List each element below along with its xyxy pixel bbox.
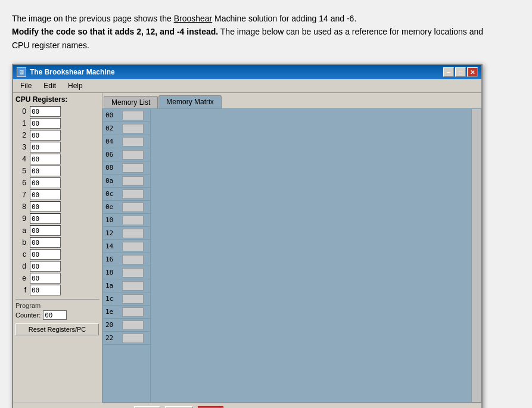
- memory-address-row: 06: [103, 148, 150, 161]
- register-row: f: [15, 285, 99, 295]
- counter-input[interactable]: [43, 310, 67, 320]
- register-label: c: [15, 250, 26, 258]
- counter-label: Counter:: [15, 312, 41, 319]
- memory-cell-input[interactable]: [122, 111, 144, 120]
- memory-address-label: 0e: [105, 203, 122, 211]
- register-label: e: [15, 274, 26, 282]
- memory-address-row: 1c: [103, 292, 150, 306]
- main-content: CPU Registers: 0123456789abcdef Program …: [13, 93, 481, 403]
- register-input-2[interactable]: [30, 130, 61, 141]
- memory-cell-input[interactable]: [122, 203, 144, 212]
- memory-cell-input[interactable]: [122, 124, 144, 133]
- memory-address-label: 0a: [105, 177, 122, 185]
- memory-address-label: 14: [105, 242, 122, 250]
- memory-address-label: 1e: [105, 308, 122, 316]
- register-input-d[interactable]: [30, 261, 61, 272]
- register-row: 2: [15, 130, 99, 141]
- register-input-b[interactable]: [30, 237, 61, 248]
- memory-cell-input[interactable]: [122, 163, 144, 173]
- memory-address-row: 0c: [103, 188, 150, 201]
- register-label: a: [15, 226, 26, 235]
- register-row: 8: [15, 201, 99, 212]
- register-label: 7: [15, 191, 26, 199]
- memory-address-label: 1c: [105, 295, 122, 303]
- register-input-3[interactable]: [30, 142, 61, 152]
- brookshear-window: 🖥 The Brookshear Machine – □ ✕ File Edit…: [12, 64, 483, 408]
- memory-cell-input[interactable]: [122, 242, 144, 251]
- register-label: 8: [15, 203, 26, 211]
- cpu-registers-panel: CPU Registers: 0123456789abcdef Program …: [13, 93, 102, 403]
- minimize-button[interactable]: –: [443, 67, 454, 77]
- reset-registers-button[interactable]: Reset Registers/PC: [15, 323, 99, 335]
- register-input-4[interactable]: [30, 154, 61, 164]
- memory-address-row: 16: [103, 253, 150, 266]
- memory-section: Memory List Memory Matrix 00020406080a0c…: [102, 93, 481, 403]
- register-input-f[interactable]: [30, 285, 61, 295]
- memory-cell-input[interactable]: [122, 216, 144, 225]
- memory-cell-input[interactable]: [122, 281, 144, 291]
- memory-matrix-area: [151, 109, 471, 402]
- memory-address-row: 12: [103, 227, 150, 240]
- memory-cell-input[interactable]: [122, 137, 144, 147]
- memory-cell-input[interactable]: [122, 150, 144, 160]
- tab-memory-list[interactable]: Memory List: [104, 96, 158, 108]
- memory-address-label: 02: [105, 124, 122, 132]
- memory-address-label: 08: [105, 164, 122, 172]
- counter-row: Counter:: [15, 310, 99, 320]
- tab-memory-matrix[interactable]: Memory Matrix: [158, 95, 221, 108]
- memory-cell-input[interactable]: [122, 268, 144, 278]
- register-label: 1: [15, 119, 26, 127]
- memory-address-row: 00: [103, 109, 150, 122]
- memory-cell-input[interactable]: [122, 334, 144, 343]
- register-input-9[interactable]: [30, 213, 61, 224]
- register-label: 6: [15, 179, 26, 187]
- memory-cell-input[interactable]: [122, 189, 144, 199]
- register-input-0[interactable]: [30, 106, 61, 117]
- register-label: 9: [15, 214, 26, 223]
- memory-cell-input[interactable]: [122, 307, 144, 317]
- scrollbar[interactable]: [471, 109, 481, 402]
- memory-address-row: 14: [103, 240, 150, 253]
- menu-help[interactable]: Help: [63, 80, 88, 91]
- register-row: b: [15, 237, 99, 248]
- memory-address-row: 0e: [103, 201, 150, 214]
- memory-address-row: 10: [103, 214, 150, 227]
- memory-cell-input[interactable]: [122, 229, 144, 238]
- memory-address-row: 0a: [103, 175, 150, 188]
- window-title: The Brookshear Machine: [30, 68, 115, 76]
- register-row: 1: [15, 118, 99, 129]
- register-row: 7: [15, 189, 99, 200]
- instruction-bold: Modify the code so that it adds 2, 12, a…: [12, 27, 218, 36]
- register-input-e[interactable]: [30, 273, 61, 284]
- intro-paragraph: The image on the previous page shows the…: [12, 12, 500, 52]
- memory-cell-input[interactable]: [122, 255, 144, 264]
- memory-cell-input[interactable]: [122, 320, 144, 330]
- register-input-a[interactable]: [30, 225, 61, 236]
- register-input-5[interactable]: [30, 166, 61, 176]
- memory-address-row: 1a: [103, 279, 150, 292]
- register-input-8[interactable]: [30, 201, 61, 212]
- memory-address-row: 18: [103, 266, 150, 279]
- window-titlebar: 🖥 The Brookshear Machine – □ ✕: [13, 65, 481, 79]
- memory-cell-input[interactable]: [122, 176, 144, 186]
- register-input-6[interactable]: [30, 177, 61, 188]
- register-label: f: [15, 286, 26, 294]
- restore-button[interactable]: □: [455, 67, 466, 77]
- register-label: 0: [15, 107, 26, 116]
- menu-file[interactable]: File: [15, 80, 36, 91]
- register-input-1[interactable]: [30, 118, 61, 129]
- register-label: 3: [15, 143, 26, 151]
- cpu-panel-title: CPU Registers:: [15, 95, 99, 104]
- register-input-c[interactable]: [30, 249, 61, 260]
- register-row: 6: [15, 177, 99, 188]
- memory-cell-input[interactable]: [122, 294, 144, 304]
- close-button[interactable]: ✕: [467, 67, 478, 77]
- memory-address-label: 20: [105, 321, 122, 329]
- bottom-bar: Slow Fast Run Step Halt: [13, 403, 481, 408]
- menu-edit[interactable]: Edit: [39, 80, 61, 91]
- register-label: d: [15, 262, 26, 270]
- register-input-7[interactable]: [30, 189, 61, 200]
- registers-container: 0123456789abcdef: [15, 106, 99, 295]
- memory-address-row: 22: [103, 332, 150, 345]
- menubar: File Edit Help: [13, 79, 481, 93]
